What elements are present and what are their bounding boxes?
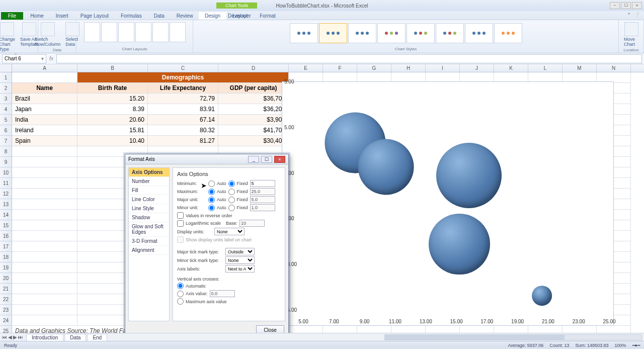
table-cell[interactable]: Ireland [12, 125, 77, 136]
tab-page-layout[interactable]: Page Layout [74, 12, 115, 20]
tab-insert[interactable]: Insert [50, 12, 74, 20]
tab-design[interactable]: Design [199, 12, 226, 20]
major-auto-radio[interactable] [208, 197, 215, 203]
min-auto-radio[interactable] [208, 180, 215, 187]
row-header[interactable]: 7 [0, 136, 12, 146]
col-header[interactable]: J [460, 64, 494, 72]
col-header[interactable]: E [289, 64, 323, 72]
minor-value-input[interactable] [250, 204, 275, 211]
table-cell[interactable]: $36,200 [218, 104, 289, 115]
min-value-input[interactable] [250, 180, 275, 187]
max-value-input[interactable] [250, 188, 275, 195]
table-cell[interactable]: 83.91 [148, 104, 218, 115]
row-header[interactable]: 4 [0, 104, 12, 115]
row-header[interactable]: 3 [0, 94, 12, 104]
col-header[interactable]: L [528, 64, 562, 72]
table-cell[interactable]: 80.32 [148, 125, 218, 136]
change-chart-type-button[interactable]: Change Chart Type [0, 21, 17, 53]
table-cell[interactable]: 15.81 [77, 125, 148, 136]
row-header[interactable]: 9 [0, 157, 12, 167]
switch-row-col-button[interactable]: Switch Row/Column [33, 21, 63, 48]
worksheet-grid[interactable]: ABCDEFGHIJKLMN 1234567891011121314151617… [0, 64, 644, 349]
tab-layout[interactable]: Layout [226, 12, 254, 20]
table-cell[interactable]: 8.39 [77, 104, 148, 115]
row-header[interactable]: 24 [0, 315, 12, 326]
col-header[interactable]: N [597, 64, 631, 72]
dialog-category-list[interactable]: Axis OptionsNumberFillLine ColorLine Sty… [128, 167, 170, 321]
dlg-cat-shadow[interactable]: Shadow [129, 213, 169, 222]
sheet-tab-data[interactable]: Data [64, 334, 86, 341]
minor-auto-radio[interactable] [208, 205, 215, 211]
row-header[interactable]: 15 [0, 220, 12, 231]
table-cell[interactable]: $36,700 [218, 94, 289, 104]
nav-first-icon[interactable]: ⏮ [2, 334, 7, 340]
table-cell[interactable]: 67.14 [148, 115, 218, 125]
row-header[interactable]: 14 [0, 210, 12, 220]
logscale-checkbox[interactable] [177, 220, 184, 227]
table-cell[interactable]: $30,400 [218, 136, 289, 146]
nav-prev-icon[interactable]: ◀ [8, 334, 12, 340]
col-header[interactable]: M [562, 64, 597, 72]
crosses-auto-radio[interactable] [177, 283, 184, 289]
table-cell[interactable]: 20.60 [77, 115, 148, 125]
row-header[interactable]: 12 [0, 189, 12, 199]
logbase-input[interactable] [239, 220, 265, 227]
col-header[interactable]: C [148, 64, 218, 72]
table-cell[interactable]: 10.40 [77, 136, 148, 146]
display-units-select[interactable]: None [214, 228, 245, 235]
ribbon-min-icon[interactable]: ⌃ [627, 12, 631, 18]
dlg-cat-alignment[interactable]: Alignment [129, 246, 169, 255]
close-button[interactable]: × [632, 2, 642, 9]
dialog-min-icon[interactable]: _ [248, 156, 259, 163]
bubble-ireland[interactable] [436, 143, 502, 208]
move-chart-button[interactable]: Move Chart [622, 21, 640, 48]
tab-format[interactable]: Format [254, 12, 282, 20]
row-header[interactable]: 10 [0, 167, 12, 178]
row-header[interactable]: 1 [0, 72, 12, 83]
chart-styles-gallery[interactable] [290, 21, 522, 43]
fx-icon[interactable]: fx [46, 56, 56, 61]
row-header[interactable]: 13 [0, 199, 12, 210]
nav-next-icon[interactable]: ▶ [13, 334, 17, 340]
maximize-button[interactable]: ☐ [621, 2, 631, 9]
row-header[interactable]: 17 [0, 241, 12, 252]
row-header[interactable]: 18 [0, 252, 12, 262]
dlg-cat-number[interactable]: Number [129, 177, 169, 186]
dlg-cat-line-style[interactable]: Line Style [129, 204, 169, 213]
row-header[interactable]: 16 [0, 231, 12, 241]
row-header[interactable]: 5 [0, 115, 12, 125]
dialog-max-icon[interactable]: ☐ [261, 156, 272, 163]
axis-labels-select[interactable]: Next to Axis [225, 265, 255, 273]
col-header[interactable]: A [12, 64, 77, 72]
bubble-india[interactable] [532, 286, 552, 306]
tab-file[interactable]: File [1, 12, 23, 20]
table-cell[interactable]: India [12, 115, 77, 125]
row-header[interactable]: 22 [0, 294, 12, 305]
tab-review[interactable]: Review [171, 12, 199, 20]
tab-formulas[interactable]: Formulas [115, 12, 148, 20]
sheet-tab-introduction[interactable]: Introduction [26, 334, 63, 341]
nav-last-icon[interactable]: ⏭ [18, 334, 23, 340]
major-value-input[interactable] [250, 196, 275, 203]
row-header[interactable]: 8 [0, 146, 12, 157]
row-header[interactable]: 6 [0, 125, 12, 136]
dlg-cat-line-color[interactable]: Line Color [129, 195, 169, 204]
row-header[interactable]: 2 [0, 83, 12, 94]
dialog-close-icon[interactable]: × [274, 156, 285, 163]
col-header[interactable]: D [218, 64, 289, 72]
col-header[interactable]: I [426, 64, 460, 72]
bubble-chart[interactable]: 65.0070.005.005.005.005.005.007.009.0011… [282, 81, 614, 326]
dlg-cat-glow-and-soft-edges[interactable]: Glow and Soft Edges [129, 222, 169, 237]
bubble-spain[interactable] [358, 139, 414, 195]
table-cell[interactable]: Spain [12, 136, 77, 146]
zoom-level[interactable]: 100% [615, 343, 626, 348]
table-cell[interactable]: Brazil [12, 94, 77, 104]
minor-tick-select[interactable]: None [225, 256, 255, 264]
minimize-button[interactable]: − [610, 2, 620, 9]
table-cell[interactable]: $3,900 [218, 115, 289, 125]
row-header[interactable]: 20 [0, 273, 12, 284]
horizontal-scrollbar[interactable] [384, 334, 642, 340]
dialog-titlebar[interactable]: Format Axis _ ☐ × [125, 154, 288, 164]
table-cell[interactable]: 72.79 [148, 94, 218, 104]
bubble-brazil[interactable] [429, 214, 490, 275]
